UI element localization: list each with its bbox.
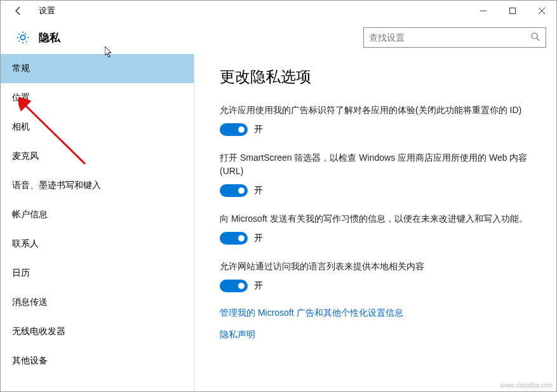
sidebar-item-general[interactable]: 常规 xyxy=(1,54,194,83)
svg-point-2 xyxy=(532,33,537,39)
option-smartscreen: 打开 SmartScreen 筛选器，以检查 Windows 应用商店应用所使用… xyxy=(220,151,539,197)
toggle-typing[interactable] xyxy=(220,232,248,245)
toggle-state-label: 开 xyxy=(254,233,263,244)
svg-rect-1 xyxy=(510,8,516,14)
svg-line-3 xyxy=(537,38,539,41)
sidebar-item-label: 帐户信息 xyxy=(12,209,48,219)
window-controls xyxy=(469,1,556,21)
sidebar-item-messaging[interactable]: 消息传送 xyxy=(1,288,194,317)
sidebar-item-location[interactable]: 位置 xyxy=(1,83,194,112)
close-button[interactable] xyxy=(527,1,556,21)
option-description: 允许网站通过访问我的语言列表来提供本地相关内容 xyxy=(220,260,539,273)
option-description: 允许应用使用我的广告标识符了解对各应用的体验(关闭此功能将重置你的 ID) xyxy=(220,104,539,117)
sidebar-item-label: 相机 xyxy=(12,121,30,132)
sidebar-item-label: 消息传送 xyxy=(12,297,48,307)
toggle-smartscreen[interactable] xyxy=(220,184,248,197)
sidebar-item-contacts[interactable]: 联系人 xyxy=(1,229,194,259)
titlebar: 设置 xyxy=(1,1,556,21)
sidebar-item-radios[interactable]: 无线电收发器 xyxy=(1,317,194,346)
toggle-state-label: 开 xyxy=(254,185,263,196)
option-languages: 允许网站通过访问我的语言列表来提供本地相关内容 开 xyxy=(220,260,539,292)
minimize-button[interactable] xyxy=(469,1,498,21)
toggle-languages[interactable] xyxy=(220,280,248,292)
gear-icon[interactable] xyxy=(11,30,35,44)
link-privacy-statement[interactable]: 隐私声明 xyxy=(220,329,539,341)
sidebar-item-calendar[interactable]: 日历 xyxy=(1,259,194,288)
sidebar-item-microphone[interactable]: 麦克风 xyxy=(1,142,194,171)
sidebar-item-label: 位置 xyxy=(12,92,30,102)
option-ad-id: 允许应用使用我的广告标识符了解对各应用的体验(关闭此功能将重置你的 ID) 开 xyxy=(220,104,539,136)
link-manage-ads[interactable]: 管理我的 Microsoft 广告和其他个性化设置信息 xyxy=(220,308,539,319)
sidebar-item-speech[interactable]: 语音、墨迹书写和键入 xyxy=(1,171,194,200)
header: 隐私 xyxy=(1,21,556,54)
main-panel: 更改隐私选项 允许应用使用我的广告标识符了解对各应用的体验(关闭此功能将重置你的… xyxy=(194,54,556,391)
back-button[interactable] xyxy=(6,1,31,21)
window-title: 设置 xyxy=(31,5,55,17)
sidebar: 常规 位置 相机 麦克风 语音、墨迹书写和键入 帐户信息 联系人 日历 消息传送… xyxy=(1,54,194,391)
toggle-state-label: 开 xyxy=(254,280,263,292)
sidebar-item-label: 无线电收发器 xyxy=(12,326,65,336)
option-description: 向 Microsoft 发送有关我的写作习惯的信息，以便在未来改进键入和写入功能… xyxy=(220,212,539,226)
option-typing: 向 Microsoft 发送有关我的写作习惯的信息，以便在未来改进键入和写入功能… xyxy=(220,212,539,245)
search-input[interactable] xyxy=(369,32,530,43)
sidebar-item-label: 语音、墨迹书写和键入 xyxy=(12,180,101,190)
search-box[interactable] xyxy=(363,27,546,48)
sidebar-item-label: 麦克风 xyxy=(12,151,39,161)
sidebar-item-label: 常规 xyxy=(12,63,30,73)
maximize-button[interactable] xyxy=(498,1,527,21)
search-icon xyxy=(530,32,540,44)
content: 常规 位置 相机 麦克风 语音、墨迹书写和键入 帐户信息 联系人 日历 消息传送… xyxy=(1,54,556,391)
sidebar-item-camera[interactable]: 相机 xyxy=(1,112,194,142)
option-description: 打开 SmartScreen 筛选器，以检查 Windows 应用商店应用所使用… xyxy=(220,151,539,178)
sidebar-item-other[interactable]: 其他设备 xyxy=(1,346,194,375)
toggle-state-label: 开 xyxy=(254,124,263,135)
sidebar-item-label: 日历 xyxy=(12,267,30,278)
page-title: 隐私 xyxy=(35,30,60,45)
sidebar-item-account[interactable]: 帐户信息 xyxy=(1,200,194,229)
sidebar-item-label: 联系人 xyxy=(12,238,39,248)
toggle-ad-id[interactable] xyxy=(220,123,248,136)
sidebar-item-label: 其他设备 xyxy=(12,355,48,365)
main-heading: 更改隐私选项 xyxy=(220,67,539,87)
